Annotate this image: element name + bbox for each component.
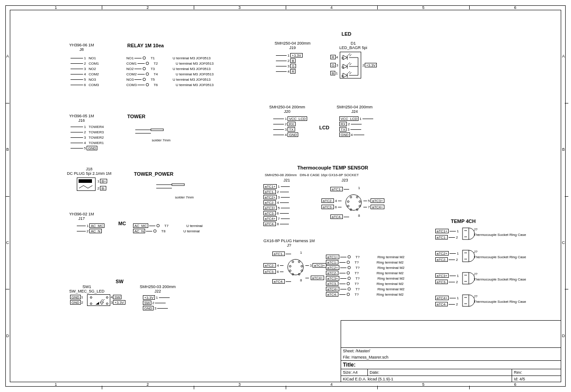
svg-point-61 xyxy=(348,277,350,280)
tower-header: TOWER xyxy=(127,114,146,119)
svg-point-14 xyxy=(90,297,92,298)
tower-power-symbol xyxy=(77,177,96,191)
svg-marker-19 xyxy=(100,302,104,305)
tower-conn-label: YH396-05 1M J16 xyxy=(69,114,94,123)
svg-line-35 xyxy=(350,72,351,74)
tower-power-note: solder 7mm xyxy=(175,195,194,199)
svg-text:B: B xyxy=(342,74,344,78)
svg-line-20 xyxy=(101,299,103,301)
svg-line-29 xyxy=(348,62,350,64)
sw-conn-label: SMH250-03 200mm J22 xyxy=(140,285,176,293)
lcd-header: LCD xyxy=(319,125,329,130)
svg-rect-68 xyxy=(463,250,469,262)
mc-conn-label: YH396-02 1M J17 xyxy=(69,212,94,221)
svg-point-42 xyxy=(356,196,358,198)
mc-outs: AC_MCT7U terminalAC_NT8U terminal xyxy=(133,223,203,234)
svg-point-46 xyxy=(359,205,361,207)
svg-point-4 xyxy=(143,78,146,81)
svg-point-60 xyxy=(347,272,350,274)
svg-point-3 xyxy=(146,73,149,75)
title-block: Sheet: /Master/ File: Harness_Masrer.sch… xyxy=(341,320,561,382)
tower-power-header: TOWER_POWER xyxy=(134,171,173,177)
svg-line-21 xyxy=(103,299,104,301)
lcd-pins1: 1VCC_LCD2RX3TX4GND xyxy=(273,116,307,137)
thermo-conn2-ref: J23 xyxy=(342,178,348,182)
lcd-conn2-label: SMH250-04 200mm J24 xyxy=(337,105,373,114)
sw-symbol: GND1 GND2 xyxy=(70,295,83,305)
svg-point-59 xyxy=(348,266,350,269)
thermo-header: Thermocouple TEMP SENSOR xyxy=(297,165,368,170)
led-d-label: D1 LED_BAGR 5pi xyxy=(339,41,367,50)
relay-pins: 1NO12COM13NO24COM25NO36COM3 xyxy=(71,55,99,87)
relay-header: RELAY 1M 10ea xyxy=(127,43,164,48)
relay-conn-label: YH396-06 1M J8 xyxy=(69,43,94,52)
svg-point-12 xyxy=(157,224,159,227)
svg-point-15 xyxy=(106,297,108,298)
thermo-outs: aTC1+T?Ring terminal M2aTC1-T?Ring termi… xyxy=(326,254,404,297)
svg-point-57 xyxy=(348,256,350,258)
lcd-conn1-label: SMH250-04 200mm J20 xyxy=(269,105,305,114)
svg-text:G: G xyxy=(342,66,344,69)
thermo-din1: aTC1-1 aTC2-4 aTC3-6 aTC4-8 5aTC3+ 7aTC4… xyxy=(321,186,393,223)
mc-header: MC xyxy=(118,221,126,226)
svg-point-1 xyxy=(146,62,149,65)
tower-pins: 1TOWER42TOWER33TOWER24TOWER15GND xyxy=(71,124,104,151)
svg-point-49 xyxy=(292,261,294,263)
mc-pins: 1AC_MC2AC_N xyxy=(77,223,104,234)
svg-point-0 xyxy=(143,57,146,59)
svg-point-63 xyxy=(348,288,350,290)
sw-header: SW xyxy=(116,279,124,284)
svg-point-16 xyxy=(90,303,92,305)
svg-point-62 xyxy=(347,282,350,285)
svg-point-52 xyxy=(301,265,303,267)
svg-point-55 xyxy=(292,273,294,275)
svg-point-17 xyxy=(106,303,108,305)
svg-point-54 xyxy=(301,270,303,272)
led-header: LED xyxy=(342,31,351,37)
svg-point-44 xyxy=(359,201,361,202)
thermo-pins1: aTC1+1aTC1-2aTC2+3aTC2-4aTC3+5aTC3-6aTC4… xyxy=(263,184,290,227)
thermo-plug-label: GX16-8P PLUG Harness 1M J? xyxy=(263,239,315,248)
thermo-conn1-label: SMH250-08 200mm DIN-8 CASE 16pi GX16-8P … xyxy=(265,173,359,177)
svg-point-13 xyxy=(154,230,156,232)
svg-point-41 xyxy=(350,196,352,198)
tower-power-conn-label: J18 DC PLUG 5pi 2.1mm 1M xyxy=(67,167,112,176)
thermo-din2: aTC1-1 aTC2-4 aTC3-6 aTC4-8 3aTC3+ aTC4+ xyxy=(263,251,335,288)
led-conn-label: SMH250-04 200mm J19 xyxy=(275,41,311,50)
svg-text:R: R xyxy=(342,57,344,60)
tower-note: solder 7mm xyxy=(152,138,171,142)
svg-rect-65 xyxy=(463,228,469,239)
sw-conn-pins: +3.3V1SW2GND3 xyxy=(143,295,170,311)
svg-point-64 xyxy=(347,293,350,296)
led-pins: 1+3.3V2B3G4R xyxy=(276,53,303,74)
svg-line-24 xyxy=(348,54,350,55)
svg-point-43 xyxy=(347,201,349,202)
temp4ch-header: TEMP 4CH xyxy=(451,219,475,224)
sw-right-labels: 4SW 3+3.3V xyxy=(111,295,125,305)
svg-point-58 xyxy=(347,261,350,264)
svg-point-47 xyxy=(350,209,352,210)
svg-point-2 xyxy=(143,67,146,70)
tower-power-sym2 xyxy=(156,182,192,196)
svg-line-25 xyxy=(350,54,351,56)
temp4ch-items: aTC1+1 aTC1-2 J? Thermocouple Socket Rin… xyxy=(435,227,551,317)
svg-point-45 xyxy=(347,205,349,207)
svg-rect-8 xyxy=(151,129,163,131)
svg-line-30 xyxy=(350,63,351,65)
svg-point-51 xyxy=(289,265,291,267)
svg-point-53 xyxy=(289,270,291,272)
svg-point-56 xyxy=(298,273,300,275)
svg-marker-18 xyxy=(96,302,99,305)
svg-point-50 xyxy=(298,261,300,263)
led-symbol: R4 G3 B1 R G B 2+3.3V xyxy=(330,52,377,78)
lcd-pins2: VCC_LCD1RX2TX3GND4 xyxy=(339,116,373,137)
svg-rect-71 xyxy=(463,272,469,284)
tower-power-pins: 1B+2B- xyxy=(97,177,107,192)
svg-rect-74 xyxy=(463,295,469,306)
svg-point-48 xyxy=(356,209,358,210)
svg-line-34 xyxy=(348,71,350,73)
thermo-conn1-ref: J21 xyxy=(283,178,290,182)
svg-point-5 xyxy=(146,83,149,86)
svg-rect-11 xyxy=(172,184,184,186)
relay-outputs: NO1T1U terminal M3 JOF0513COM1T2U termin… xyxy=(126,55,213,87)
